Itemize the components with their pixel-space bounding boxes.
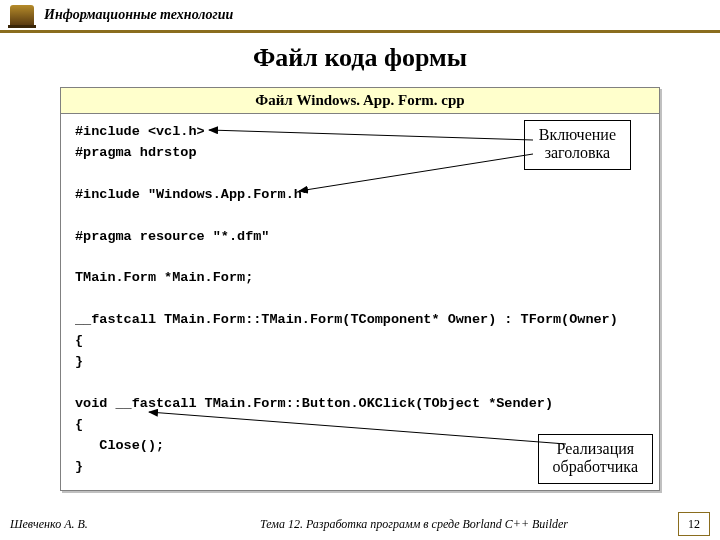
footer-topic: Тема 12. Разработка программ в среде Bor… [150, 517, 678, 532]
slide-title: Файл кода формы [0, 43, 720, 73]
callout-text: Включение [539, 126, 616, 143]
logo-icon [10, 5, 34, 25]
code-panel: Файл Windows. App. Form. cpp #include <v… [60, 87, 660, 491]
top-bar: Информационные технологии [0, 0, 720, 33]
callout-include: Включение заголовка [524, 120, 631, 170]
callout-text: Реализация [556, 440, 634, 457]
callout-handler: Реализация обработчика [538, 434, 653, 484]
course-title: Информационные технологии [44, 7, 233, 23]
callout-text: обработчика [553, 458, 638, 475]
footer: Шевченко А. В. Тема 12. Разработка прогр… [0, 512, 720, 536]
page-number: 12 [678, 512, 710, 536]
panel-caption: Файл Windows. App. Form. cpp [61, 88, 659, 114]
slide: Информационные технологии Файл кода форм… [0, 0, 720, 540]
footer-author: Шевченко А. В. [0, 517, 150, 532]
callout-text: заголовка [545, 144, 611, 161]
